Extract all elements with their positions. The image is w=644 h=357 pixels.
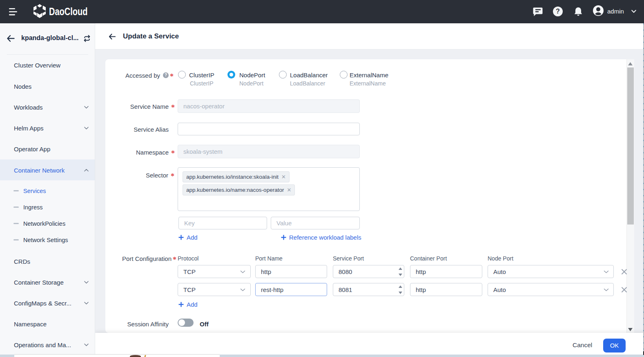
svg-text:?: ? (556, 8, 560, 15)
